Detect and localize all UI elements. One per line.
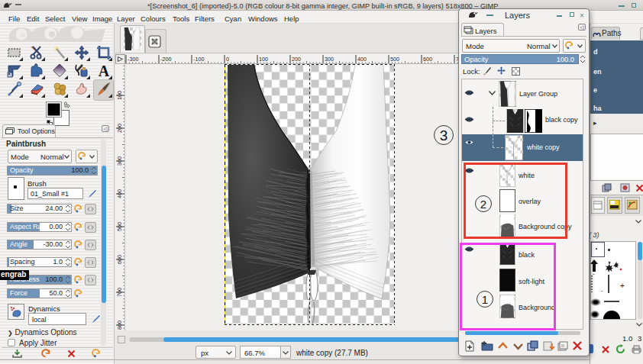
svg-text:500: 500 [116, 222, 123, 231]
svg-text:200: 200 [116, 124, 123, 133]
svg-text:200: 200 [292, 56, 301, 63]
svg-text:300: 300 [325, 56, 334, 63]
svg-text:-300: -300 [128, 56, 138, 63]
svg-text:700: 700 [116, 288, 123, 297]
svg-text:500: 500 [390, 56, 399, 63]
svg-text:400: 400 [116, 189, 123, 198]
svg-text:0: 0 [226, 56, 229, 63]
svg-text:600: 600 [116, 255, 123, 264]
svg-text:-100: -100 [193, 56, 204, 63]
svg-text:600: 600 [423, 56, 432, 63]
svg-text:-200: -200 [160, 56, 171, 63]
svg-text:800: 800 [116, 321, 123, 330]
svg-text:100: 100 [259, 56, 268, 63]
svg-text:100: 100 [116, 91, 123, 100]
svg-text:400: 400 [357, 56, 367, 63]
svg-text:300: 300 [116, 156, 123, 166]
